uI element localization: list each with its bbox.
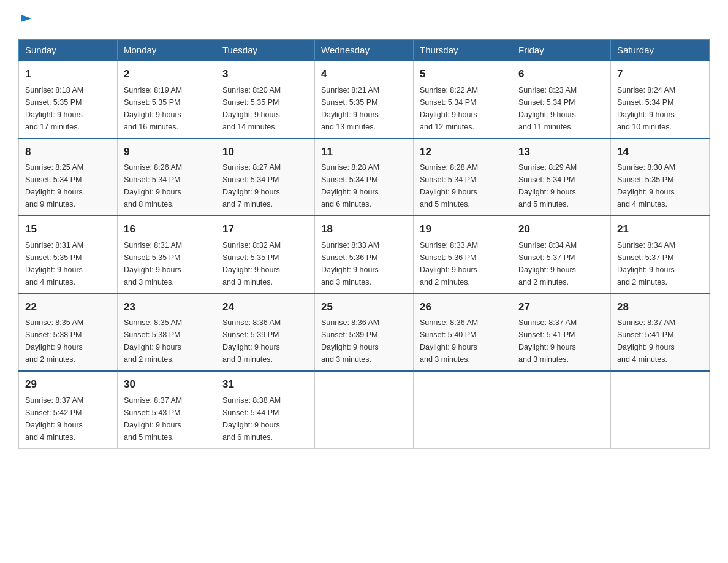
calendar-cell: 14 Sunrise: 8:30 AM Sunset: 5:35 PM Dayl… (611, 139, 710, 216)
day-info: Sunrise: 8:25 AM Sunset: 5:34 PM Dayligh… (25, 161, 111, 210)
week-row-5: 29 Sunrise: 8:37 AM Sunset: 5:42 PM Dayl… (19, 371, 710, 448)
day-info: Sunrise: 8:37 AM Sunset: 5:41 PM Dayligh… (518, 316, 604, 366)
day-info: Sunrise: 8:30 AM Sunset: 5:35 PM Dayligh… (617, 161, 703, 210)
weekday-header-friday: Friday (512, 40, 611, 61)
weekday-header-thursday: Thursday (414, 40, 512, 61)
day-number: 5 (420, 66, 506, 82)
day-info: Sunrise: 8:35 AM Sunset: 5:38 PM Dayligh… (25, 316, 111, 366)
day-number: 30 (124, 377, 210, 393)
day-info: Sunrise: 8:33 AM Sunset: 5:36 PM Dayligh… (321, 239, 407, 288)
day-number: 29 (25, 377, 111, 393)
day-info: Sunrise: 8:23 AM Sunset: 5:34 PM Dayligh… (518, 84, 604, 133)
calendar-table: SundayMondayTuesdayWednesdayThursdayFrid… (18, 39, 710, 449)
day-info: Sunrise: 8:24 AM Sunset: 5:34 PM Dayligh… (617, 84, 703, 133)
calendar-cell (512, 371, 611, 448)
calendar-cell: 23 Sunrise: 8:35 AM Sunset: 5:38 PM Dayl… (118, 294, 216, 372)
day-info: Sunrise: 8:19 AM Sunset: 5:35 PM Dayligh… (124, 84, 210, 133)
weekday-header-sunday: Sunday (19, 40, 118, 61)
calendar-cell: 24 Sunrise: 8:36 AM Sunset: 5:39 PM Dayl… (216, 294, 315, 372)
weekday-header-tuesday: Tuesday (216, 40, 315, 61)
calendar-cell: 16 Sunrise: 8:31 AM Sunset: 5:35 PM Dayl… (118, 216, 216, 294)
day-info: Sunrise: 8:33 AM Sunset: 5:36 PM Dayligh… (420, 239, 506, 288)
day-number: 14 (617, 144, 703, 160)
calendar-cell: 9 Sunrise: 8:26 AM Sunset: 5:34 PM Dayli… (118, 139, 216, 216)
day-number: 28 (617, 299, 703, 315)
calendar-cell: 3 Sunrise: 8:20 AM Sunset: 5:35 PM Dayli… (216, 61, 315, 139)
calendar-cell (315, 371, 414, 448)
calendar-cell: 29 Sunrise: 8:37 AM Sunset: 5:42 PM Dayl… (19, 371, 118, 448)
day-number: 6 (518, 66, 604, 82)
logo[interactable] (18, 12, 33, 27)
calendar-cell: 26 Sunrise: 8:36 AM Sunset: 5:40 PM Dayl… (414, 294, 512, 372)
week-row-1: 1 Sunrise: 8:18 AM Sunset: 5:35 PM Dayli… (19, 61, 710, 139)
day-number: 3 (222, 66, 308, 82)
day-number: 17 (222, 221, 308, 237)
calendar-cell: 6 Sunrise: 8:23 AM Sunset: 5:34 PM Dayli… (512, 61, 611, 139)
day-number: 25 (321, 299, 407, 315)
day-info: Sunrise: 8:32 AM Sunset: 5:35 PM Dayligh… (222, 239, 308, 288)
calendar-cell: 27 Sunrise: 8:37 AM Sunset: 5:41 PM Dayl… (512, 294, 611, 372)
calendar-cell: 15 Sunrise: 8:31 AM Sunset: 5:35 PM Dayl… (19, 216, 118, 294)
calendar-cell: 8 Sunrise: 8:25 AM Sunset: 5:34 PM Dayli… (19, 139, 118, 216)
day-number: 16 (124, 221, 210, 237)
calendar-cell: 25 Sunrise: 8:36 AM Sunset: 5:39 PM Dayl… (315, 294, 414, 372)
day-number: 8 (25, 144, 111, 160)
day-number: 27 (518, 299, 604, 315)
day-number: 2 (124, 66, 210, 82)
day-info: Sunrise: 8:20 AM Sunset: 5:35 PM Dayligh… (222, 84, 308, 133)
day-info: Sunrise: 8:37 AM Sunset: 5:43 PM Dayligh… (124, 394, 210, 443)
week-row-3: 15 Sunrise: 8:31 AM Sunset: 5:35 PM Dayl… (19, 216, 710, 294)
day-info: Sunrise: 8:36 AM Sunset: 5:39 PM Dayligh… (321, 316, 407, 366)
calendar-cell: 22 Sunrise: 8:35 AM Sunset: 5:38 PM Dayl… (19, 294, 118, 372)
calendar-cell: 2 Sunrise: 8:19 AM Sunset: 5:35 PM Dayli… (118, 61, 216, 139)
day-number: 26 (420, 299, 506, 315)
day-number: 13 (518, 144, 604, 160)
logo-flag-icon (20, 13, 33, 27)
week-row-4: 22 Sunrise: 8:35 AM Sunset: 5:38 PM Dayl… (19, 294, 710, 372)
calendar-cell: 13 Sunrise: 8:29 AM Sunset: 5:34 PM Dayl… (512, 139, 611, 216)
weekday-header-row: SundayMondayTuesdayWednesdayThursdayFrid… (19, 40, 710, 61)
calendar-cell: 28 Sunrise: 8:37 AM Sunset: 5:41 PM Dayl… (611, 294, 710, 372)
day-number: 19 (420, 221, 506, 237)
day-number: 9 (124, 144, 210, 160)
day-info: Sunrise: 8:36 AM Sunset: 5:40 PM Dayligh… (420, 316, 506, 366)
day-number: 24 (222, 299, 308, 315)
calendar-cell: 17 Sunrise: 8:32 AM Sunset: 5:35 PM Dayl… (216, 216, 315, 294)
day-info: Sunrise: 8:31 AM Sunset: 5:35 PM Dayligh… (25, 239, 111, 288)
day-info: Sunrise: 8:38 AM Sunset: 5:44 PM Dayligh… (222, 394, 308, 443)
calendar-cell: 30 Sunrise: 8:37 AM Sunset: 5:43 PM Dayl… (118, 371, 216, 448)
day-number: 23 (124, 299, 210, 315)
day-number: 10 (222, 144, 308, 160)
day-info: Sunrise: 8:29 AM Sunset: 5:34 PM Dayligh… (518, 161, 604, 210)
day-number: 22 (25, 299, 111, 315)
calendar-cell: 19 Sunrise: 8:33 AM Sunset: 5:36 PM Dayl… (414, 216, 512, 294)
day-info: Sunrise: 8:22 AM Sunset: 5:34 PM Dayligh… (420, 84, 506, 133)
calendar-cell: 7 Sunrise: 8:24 AM Sunset: 5:34 PM Dayli… (611, 61, 710, 139)
calendar-cell: 31 Sunrise: 8:38 AM Sunset: 5:44 PM Dayl… (216, 371, 315, 448)
day-info: Sunrise: 8:18 AM Sunset: 5:35 PM Dayligh… (25, 84, 111, 133)
week-row-2: 8 Sunrise: 8:25 AM Sunset: 5:34 PM Dayli… (19, 139, 710, 216)
day-info: Sunrise: 8:34 AM Sunset: 5:37 PM Dayligh… (617, 239, 703, 288)
day-number: 11 (321, 144, 407, 160)
day-number: 7 (617, 66, 703, 82)
day-info: Sunrise: 8:31 AM Sunset: 5:35 PM Dayligh… (124, 239, 210, 288)
calendar-cell: 18 Sunrise: 8:33 AM Sunset: 5:36 PM Dayl… (315, 216, 414, 294)
day-number: 20 (518, 221, 604, 237)
day-info: Sunrise: 8:21 AM Sunset: 5:35 PM Dayligh… (321, 84, 407, 133)
calendar-cell: 1 Sunrise: 8:18 AM Sunset: 5:35 PM Dayli… (19, 61, 118, 139)
calendar-cell: 10 Sunrise: 8:27 AM Sunset: 5:34 PM Dayl… (216, 139, 315, 216)
calendar-cell: 20 Sunrise: 8:34 AM Sunset: 5:37 PM Dayl… (512, 216, 611, 294)
calendar-cell: 11 Sunrise: 8:28 AM Sunset: 5:34 PM Dayl… (315, 139, 414, 216)
page-header (18, 12, 710, 27)
calendar-cell (414, 371, 512, 448)
weekday-header-monday: Monday (118, 40, 216, 61)
day-info: Sunrise: 8:28 AM Sunset: 5:34 PM Dayligh… (321, 161, 407, 210)
day-info: Sunrise: 8:35 AM Sunset: 5:38 PM Dayligh… (124, 316, 210, 366)
calendar-cell: 5 Sunrise: 8:22 AM Sunset: 5:34 PM Dayli… (414, 61, 512, 139)
svg-marker-0 (21, 15, 32, 22)
weekday-header-saturday: Saturday (611, 40, 710, 61)
day-number: 18 (321, 221, 407, 237)
calendar-cell: 4 Sunrise: 8:21 AM Sunset: 5:35 PM Dayli… (315, 61, 414, 139)
day-number: 1 (25, 66, 111, 82)
day-info: Sunrise: 8:28 AM Sunset: 5:34 PM Dayligh… (420, 161, 506, 210)
